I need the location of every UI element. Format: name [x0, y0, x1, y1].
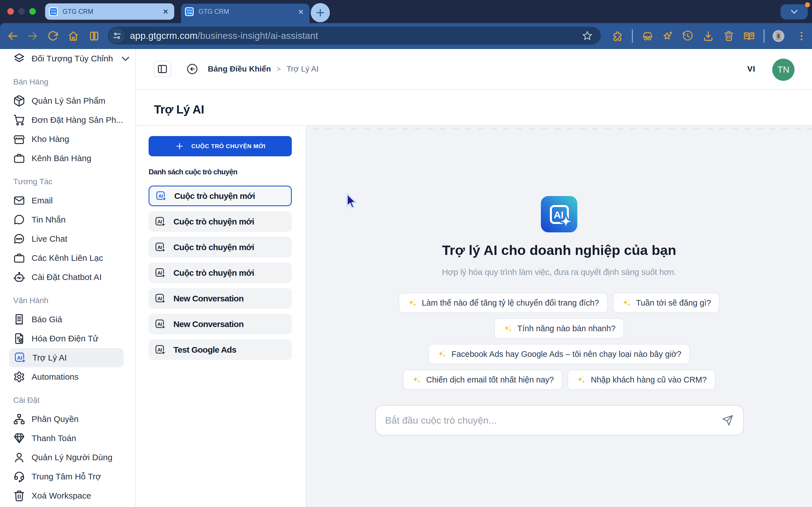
svg-text:AI: AI — [158, 193, 163, 199]
svg-text:AI: AI — [157, 296, 162, 301]
svg-text:AI: AI — [157, 270, 162, 276]
svg-text:AI: AI — [554, 209, 564, 220]
svg-text:AI: AI — [17, 355, 22, 361]
svg-text:AI: AI — [157, 321, 162, 327]
svg-text:AI: AI — [157, 219, 162, 224]
svg-text:AI: AI — [157, 347, 162, 353]
svg-text:AI: AI — [157, 244, 162, 250]
